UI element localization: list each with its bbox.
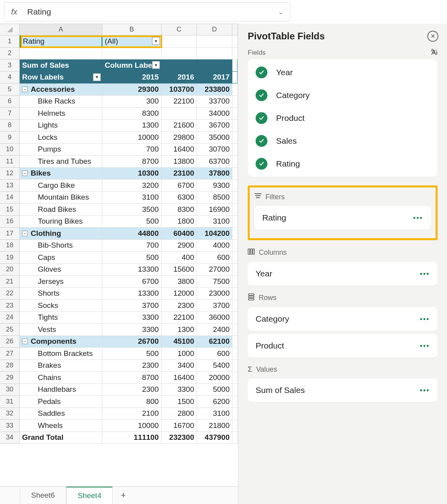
- cell[interactable]: 44800: [102, 228, 161, 240]
- cell[interactable]: Tires and Tubes: [20, 156, 102, 168]
- row-header[interactable]: 30: [0, 384, 20, 396]
- cell[interactable]: [232, 300, 237, 312]
- cell[interactable]: 9300: [197, 180, 232, 192]
- formula-value[interactable]: Rating: [24, 7, 278, 17]
- cell[interactable]: −Components: [20, 336, 102, 348]
- cell[interactable]: Bib-Shorts: [20, 240, 102, 252]
- col-header-C[interactable]: C: [161, 24, 197, 35]
- cell[interactable]: Gloves: [20, 264, 102, 276]
- cell[interactable]: 33700: [197, 96, 232, 108]
- cell[interactable]: Socks: [20, 300, 102, 312]
- cell[interactable]: Rating: [20, 35, 102, 48]
- cell[interactable]: 2300: [161, 300, 197, 312]
- cell[interactable]: 3100: [102, 192, 161, 204]
- more-icon[interactable]: •••: [420, 315, 430, 323]
- cell[interactable]: [197, 59, 232, 72]
- cell[interactable]: [232, 240, 237, 252]
- cell[interactable]: 2300: [102, 360, 161, 372]
- cell[interactable]: 1300: [102, 120, 161, 132]
- cell[interactable]: 400: [161, 252, 197, 264]
- cell[interactable]: 2800: [161, 408, 197, 420]
- row-header[interactable]: 2: [0, 48, 20, 60]
- cell[interactable]: Locks: [20, 132, 102, 144]
- cell[interactable]: 500: [102, 348, 161, 360]
- row-header[interactable]: 18: [0, 240, 20, 252]
- row-header[interactable]: 32: [0, 408, 20, 420]
- cell[interactable]: 1500: [161, 396, 197, 408]
- cell[interactable]: [232, 372, 237, 384]
- row-header[interactable]: 3: [0, 59, 20, 72]
- cell[interactable]: 23100: [161, 168, 197, 180]
- cell[interactable]: [232, 180, 237, 192]
- row-header[interactable]: 7: [0, 107, 20, 120]
- cell[interactable]: [232, 312, 237, 324]
- row-header[interactable]: 11: [0, 156, 20, 168]
- cell[interactable]: Sum of Sales: [20, 59, 102, 72]
- row-header[interactable]: 5: [0, 83, 20, 96]
- cell[interactable]: 4000: [197, 240, 232, 252]
- close-icon[interactable]: ✕: [427, 31, 438, 42]
- col-header-A[interactable]: A: [20, 24, 102, 35]
- row-header[interactable]: 31: [0, 396, 20, 408]
- grid-body[interactable]: 1Rating(All)▼23Sum of SalesColumn Labels…: [0, 35, 238, 486]
- cell[interactable]: 22100: [161, 96, 197, 108]
- cell[interactable]: [20, 48, 102, 60]
- cell[interactable]: Vests: [20, 324, 102, 336]
- cell[interactable]: [232, 120, 237, 132]
- cell[interactable]: [232, 144, 237, 156]
- cell[interactable]: [232, 216, 237, 228]
- cell[interactable]: −Bikes: [20, 168, 102, 180]
- row-header[interactable]: 9: [0, 132, 20, 144]
- cell[interactable]: [232, 360, 237, 372]
- row-header[interactable]: 12: [0, 168, 20, 180]
- cell[interactable]: Saddles: [20, 408, 102, 420]
- cell[interactable]: [232, 192, 237, 204]
- cell[interactable]: 10300: [102, 168, 161, 180]
- cell[interactable]: [232, 72, 237, 84]
- row-header[interactable]: 10: [0, 144, 20, 156]
- cell[interactable]: Tights: [20, 312, 102, 324]
- cell[interactable]: 20000: [197, 372, 232, 384]
- cell[interactable]: 3300: [102, 324, 161, 336]
- cell[interactable]: [102, 48, 161, 60]
- field-item[interactable]: Rating: [248, 152, 438, 175]
- row-header[interactable]: 29: [0, 372, 20, 384]
- row-header[interactable]: 21: [0, 276, 20, 288]
- cell[interactable]: Handlebars: [20, 384, 102, 396]
- cell[interactable]: 15600: [161, 264, 197, 276]
- sort-az-icon[interactable]: ᴬz↓: [431, 47, 438, 56]
- col-header-D[interactable]: D: [197, 24, 232, 35]
- cell[interactable]: 30700: [197, 144, 232, 156]
- cell[interactable]: 8500: [197, 192, 232, 204]
- cell[interactable]: 8700: [102, 372, 161, 384]
- cell[interactable]: 6700: [161, 180, 197, 192]
- cell[interactable]: Brakes: [20, 360, 102, 372]
- cell[interactable]: 300: [102, 96, 161, 108]
- cell[interactable]: 23000: [197, 288, 232, 300]
- cell[interactable]: −Accessories: [20, 83, 102, 96]
- cell[interactable]: [161, 59, 197, 72]
- cell[interactable]: 27000: [197, 264, 232, 276]
- cell[interactable]: 6300: [161, 192, 197, 204]
- cell[interactable]: 232300: [161, 432, 197, 444]
- cell[interactable]: 16700: [161, 420, 197, 432]
- cell[interactable]: [232, 168, 237, 180]
- cell[interactable]: 45100: [161, 336, 197, 348]
- cell[interactable]: 3700: [197, 300, 232, 312]
- cell[interactable]: 3400: [161, 360, 197, 372]
- cell[interactable]: 16400: [161, 144, 197, 156]
- row-header[interactable]: 14: [0, 192, 20, 204]
- cell[interactable]: Cargo Bike: [20, 180, 102, 192]
- cell[interactable]: [232, 276, 237, 288]
- row-header[interactable]: 1: [0, 35, 20, 48]
- sheet-tab[interactable]: Sheet6: [20, 487, 66, 504]
- cell[interactable]: 21600: [161, 120, 197, 132]
- cell[interactable]: [232, 336, 237, 348]
- cell[interactable]: 2017: [197, 72, 232, 84]
- cell[interactable]: [232, 48, 237, 60]
- zone-item[interactable]: Category•••: [248, 307, 438, 331]
- cell[interactable]: 2100: [102, 408, 161, 420]
- cell[interactable]: Touring Bikes: [20, 216, 102, 228]
- cell[interactable]: 36700: [197, 120, 232, 132]
- cell[interactable]: 1000: [161, 348, 197, 360]
